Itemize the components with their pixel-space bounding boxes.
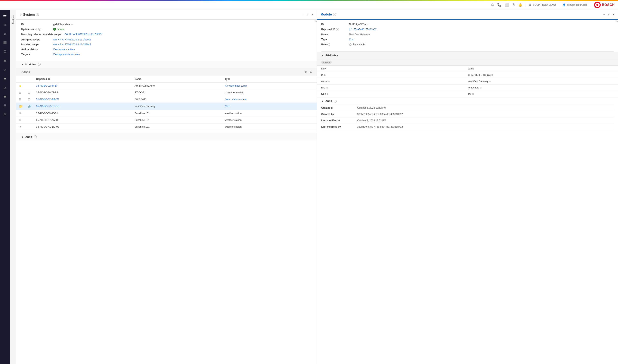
update-status-info-icon[interactable]: i [38, 28, 41, 31]
system-expand-icon[interactable]: ⤢ [20, 13, 22, 16]
attr-key: role ⧉ [321, 86, 468, 89]
system-matching-release-label: Matching release candidate recipe [21, 33, 61, 36]
row-icon2-col: 🔗 [25, 103, 34, 110]
modules-settings-icon[interactable]: ⚙ [309, 70, 312, 74]
module-minimize-icon[interactable]: − [603, 13, 605, 16]
panel-tabs: Systems [10, 10, 16, 364]
sidebar-item-settings[interactable]: ⚙ [1, 110, 9, 118]
attr-value-copy-icon[interactable]: ⧉ [480, 86, 482, 89]
module-type-link-cell[interactable]: Air water heat pump [225, 84, 247, 87]
paragraph-icon[interactable]: § [513, 3, 515, 7]
module-type-link-cell[interactable]: Fresh water module [225, 98, 247, 101]
module-role-info-icon[interactable]: i [327, 43, 330, 46]
audit-modified-at-label: Last modified at [321, 119, 354, 122]
system-audit-section-header[interactable]: ▲ Audit i [16, 134, 317, 140]
user-indicator[interactable]: 👤 demo@bosch.com [563, 3, 587, 6]
module-reported-id-info-icon[interactable]: i [336, 28, 339, 31]
attr-key-copy-icon[interactable]: ⧉ [328, 80, 330, 83]
sidebar-item-menu[interactable]: ☰ [1, 12, 9, 20]
system-audit-info-icon[interactable]: i [34, 135, 37, 138]
module-type-link-cell[interactable]: Ccu [225, 105, 229, 108]
sidebar-item-analytics[interactable]: ▦ [1, 92, 9, 101]
attr-value-copy-icon[interactable]: ⧉ [472, 93, 474, 95]
reported-id-col: 35-AD-8C-CB-03-6C [34, 96, 132, 103]
module-maximize-icon[interactable]: ⤢ [607, 13, 610, 16]
env-indicator[interactable]: 🗂 SOUP-PROD-DEMO [529, 3, 556, 6]
scissors-icon[interactable]: ✂ [315, 20, 317, 23]
sidebar-item-users[interactable]: ⚇ [1, 101, 9, 109]
module-id-link[interactable]: 35-AD-8C-FB-B1-CC [36, 105, 59, 108]
system-audit-toggle-icon: ▲ [21, 135, 24, 138]
modules-section-header[interactable]: ▲ Modules i [16, 61, 317, 68]
reported-id-col: 35-AD-8C-02-34-5F [34, 82, 132, 89]
phone-icon[interactable]: 📞 [497, 3, 501, 7]
table-row[interactable]: ⊞ ⊡ 35-AD-8C-CB-03-6C FWS 3400 Fresh wat… [16, 96, 317, 103]
attr-value-copy-icon[interactable]: ⧉ [489, 80, 491, 83]
row-icon2-col: ⊡ [25, 96, 34, 103]
share-icon[interactable]: ⎙ [491, 3, 494, 7]
modules-refresh-icon[interactable]: ↻ [304, 70, 307, 74]
module-id-row: ID NHJS9gw6FEot ⧉ [321, 23, 614, 26]
module-info-icon[interactable]: i [333, 13, 336, 16]
module-scissors-icon[interactable]: ✂ [616, 20, 618, 23]
bosch-text: BOSCH [602, 3, 615, 7]
module-id-link[interactable]: 35-AD-8C-02-34-5F [36, 84, 58, 87]
module-panel-header: Module i − ⤢ ✕ [317, 10, 618, 20]
table-row[interactable]: ⊞ ⊡ 35-AD-8C-90-73-B3 RT-CC-2 room-therm… [16, 89, 317, 96]
action-history-link[interactable]: View system actions [53, 48, 75, 51]
sidebar-item-package[interactable]: ▣ [1, 74, 9, 82]
module-id-copy-icon[interactable]: ⧉ [368, 23, 369, 26]
sidebar-item-list[interactable]: ⊟ [1, 56, 9, 65]
sidebar-item-chart[interactable]: ▤ [1, 39, 9, 47]
browser-icon[interactable]: ⬜ [505, 3, 509, 7]
table-row[interactable]: 👁 35-AD-8C-AC-BD-92 Sunshine 101 weather… [16, 123, 317, 130]
modules-info-icon[interactable]: i [38, 63, 41, 66]
main-layout: ☰ ⌂ ⌕ ▤ ⬡ ⊟ ⊙ ▣ ⊿ ▦ ⚇ ⚙ Systems ⤢ System [0, 10, 618, 364]
system-id-copy-icon[interactable]: ⧉ [71, 23, 73, 26]
sidebar-item-home[interactable]: ⌂ [1, 20, 9, 29]
installed-recipe-link[interactable]: AW HP w/ FWM:2023.3.11-2020c7 [53, 43, 91, 46]
attributes-header[interactable]: ▲ Attributes [317, 52, 618, 59]
sidebar-item-search[interactable]: ⌕ [1, 29, 9, 38]
table-row[interactable]: 👁 35-AD-8C-39-40-B1 Sunshine 101 weather… [16, 110, 317, 117]
bell-icon[interactable]: 🔔 [518, 3, 522, 7]
modules-toggle-icon: ▲ [21, 63, 24, 66]
attr-row: type ⧉ ccu ⧉ [317, 91, 618, 97]
sidebar-item-filter[interactable]: ⊿ [1, 83, 9, 91]
module-id-link[interactable]: 35-AD-8C-CB-03-6C [36, 98, 59, 101]
sidebar-item-network[interactable]: ⬡ [1, 47, 9, 56]
module-id-text: 35-AD-8C-AC-BD-92 [36, 125, 59, 128]
attr-key-copy-icon[interactable]: ⧉ [327, 93, 329, 95]
name-col: Sunshine 101 [132, 110, 222, 117]
eye-icon: 👁 [19, 118, 22, 122]
module-type-link[interactable]: Ccu [349, 38, 353, 41]
modules-section-title: Modules [25, 63, 36, 66]
system-action-history-row: Action history View system actions [21, 48, 312, 51]
system-update-status-label: Update status i [21, 28, 50, 31]
attr-key-copy-icon[interactable]: ⧉ [324, 74, 326, 76]
assigned-recipe-link[interactable]: AW HP w/ FWM:2023.3.11-2020c7 [53, 38, 91, 41]
audit-created-by-label: Created by [321, 113, 354, 116]
module-close-icon[interactable]: ✕ [612, 13, 615, 16]
table-row[interactable]: ★ 35-AD-8C-02-34-5F AW-HP 15kw Aero Air … [16, 82, 317, 89]
table-row[interactable]: 👁 35-AD-8C-67-AA-94 Sunshine 101 weather… [16, 117, 317, 123]
system-maximize-icon[interactable]: ⤢ [306, 13, 309, 16]
sidebar-item-vehicle[interactable]: ⊙ [1, 65, 9, 74]
targets-link[interactable]: View updatable modules [53, 53, 80, 56]
attr-value-copy-icon[interactable]: ⧉ [491, 74, 493, 76]
systems-tab[interactable]: Systems [11, 13, 15, 26]
audit-info-icon[interactable]: i [334, 100, 337, 103]
module-reported-id-link[interactable]: 35-AD-8C-FB-B1-CC [354, 28, 377, 31]
name-col: Sunshine 101 [132, 117, 222, 123]
table-row[interactable]: 📁 🔗 35-AD-8C-FB-B1-CC Next Gen Gateway C… [16, 103, 317, 110]
system-title-area: ⤢ System i [20, 13, 39, 16]
matching-release-link[interactable]: AW HP w/ FWM:2023.3.11-2020c7 [64, 33, 102, 36]
attr-key-copy-icon[interactable]: ⧉ [326, 86, 328, 89]
system-info-icon[interactable]: i [36, 13, 39, 16]
row-icon2-col [25, 123, 34, 130]
system-matching-release-value: AW HP w/ FWM:2023.3.11-2020c7 [64, 33, 102, 36]
system-close-icon[interactable]: ✕ [311, 13, 314, 16]
system-minimize-icon[interactable]: − [302, 13, 304, 16]
audit-header[interactable]: ▲ Audit i [321, 97, 614, 105]
modules-count: 7 items [21, 70, 30, 73]
